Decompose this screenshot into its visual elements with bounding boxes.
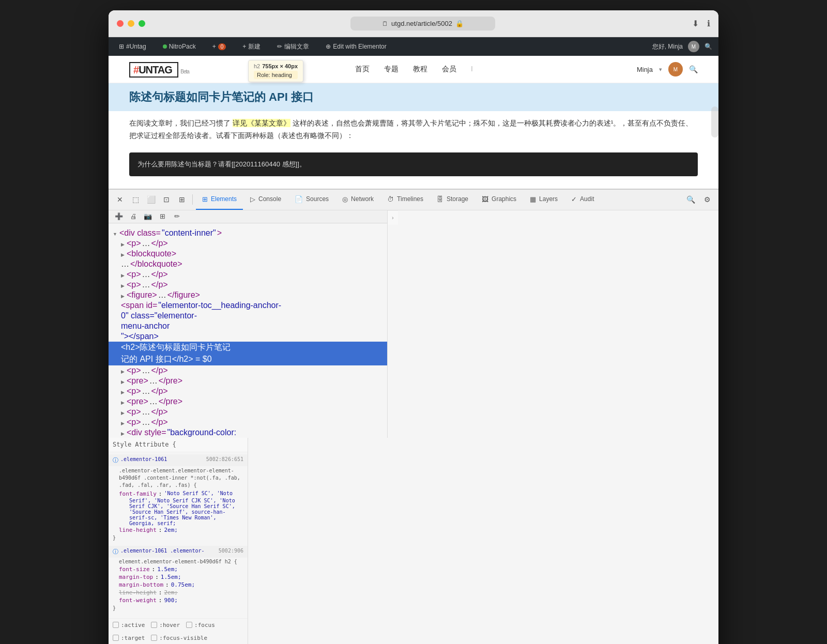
scroll-indicator[interactable] xyxy=(711,106,718,137)
style-prop[interactable]: font-family: 'Noto Serif SC', 'Noto xyxy=(109,490,248,498)
dom-content[interactable]: clearfix share-normal" style="position: … xyxy=(109,224,387,228)
grid-button[interactable]: ⊞ xyxy=(156,210,169,223)
nav-topics[interactable]: 专题 xyxy=(384,65,399,74)
dom-line[interactable]: ▶ <pre>…</pre> xyxy=(109,376,387,386)
pseudo-focus[interactable]: :focus xyxy=(186,622,215,628)
tab-layers-label: Layers xyxy=(539,195,558,203)
dom-line-selected-2[interactable]: 记的 API 接口</h2> = $0 xyxy=(109,354,387,365)
dom-line[interactable]: ▶ <p>…</p> xyxy=(109,365,387,376)
style-prop-fontweight[interactable]: font-weight: 900; xyxy=(109,596,248,604)
download-icon[interactable]: ⬇ xyxy=(692,19,699,28)
dom-line[interactable]: ▶ <p>…</p> xyxy=(109,238,387,249)
admin-item-untag[interactable]: ⊞ #Untag xyxy=(115,37,150,56)
style-prop-lineheight2[interactable]: line-height: 2em; xyxy=(109,589,248,596)
logo-beta: Beta xyxy=(180,69,189,74)
resize-button[interactable]: ⊡ xyxy=(159,192,174,207)
print-button[interactable]: 🖨 xyxy=(127,210,140,223)
device-button[interactable]: ⬜ xyxy=(144,192,158,207)
search-icon[interactable]: 🔍 xyxy=(705,43,712,50)
pseudo-focus-checkbox[interactable] xyxy=(186,622,192,628)
search-devtools-button[interactable]: 🔍 xyxy=(683,192,698,207)
dom-line[interactable]: ▶ <p>…</p> xyxy=(109,407,387,417)
nav-tutorials[interactable]: 教程 xyxy=(413,65,427,74)
edit-dom-button[interactable]: ✏ xyxy=(171,210,183,223)
dom-line[interactable]: ▶ <p>…</p> xyxy=(109,417,387,427)
style-source-1: 5002:826:651 xyxy=(206,456,243,464)
pseudo-target-checkbox[interactable] xyxy=(113,635,119,641)
tab-timelines-label: Timelines xyxy=(397,195,423,203)
dom-line[interactable]: 0" class="elementor- xyxy=(109,311,387,321)
toolbar-separator xyxy=(192,194,193,205)
pseudo-hover-checkbox[interactable] xyxy=(151,622,157,628)
user-avatar[interactable]: M xyxy=(668,62,683,76)
tab-audit-label: Audit xyxy=(580,195,594,203)
admin-item-nitropack[interactable]: NitroPack xyxy=(159,37,200,56)
nav-membership[interactable]: 会员 xyxy=(442,65,456,74)
layers-icon: ▦ xyxy=(530,195,536,203)
dom-line[interactable]: ▶ <p>…</p> xyxy=(109,280,387,290)
tab-audit[interactable]: ✓ Audit xyxy=(565,189,600,210)
dom-line[interactable]: "></span> xyxy=(109,331,387,342)
dom-line[interactable]: menu-anchor xyxy=(109,321,387,331)
close-button[interactable] xyxy=(117,20,124,27)
tab-network[interactable]: ◎ Network xyxy=(336,189,380,210)
info-icon[interactable]: ℹ xyxy=(707,19,710,28)
style-selector-1[interactable]: ⓘ .elementor-1061 5002:826:651 xyxy=(109,454,248,466)
close-devtools-button[interactable]: ✕ xyxy=(113,192,127,207)
pseudo-focus-visible-checkbox[interactable] xyxy=(151,635,157,641)
style-prop-fontsize[interactable]: font-size: 1.5em; xyxy=(109,565,248,573)
dom-line[interactable]: …</blockquote> xyxy=(109,259,387,269)
admin-item-new[interactable]: + 新建 xyxy=(238,37,265,56)
pseudo-focus-visible[interactable]: :focus-visible xyxy=(151,635,207,641)
nav-extra[interactable]: I xyxy=(471,65,473,74)
admin-untag-label: #Untag xyxy=(126,43,146,50)
more-button[interactable]: ⊞ xyxy=(175,192,189,207)
pseudo-classes: :active :hover :focus :target xyxy=(113,622,243,644)
edit-icon: ✏ xyxy=(277,43,282,50)
pseudo-active[interactable]: :active xyxy=(113,622,145,628)
maximize-button[interactable] xyxy=(139,20,145,27)
url-box[interactable]: 🗒 utgd.net/article/5002 🔒 xyxy=(350,17,495,30)
dom-line[interactable]: ▼ <div class="content-inner"> xyxy=(109,228,387,238)
pseudo-target[interactable]: :target xyxy=(113,635,145,641)
screenshot-button[interactable]: 📷 xyxy=(142,210,154,223)
dom-line[interactable]: ▶ <figure>…</figure> xyxy=(109,290,387,300)
admin-item-elementor[interactable]: ⊕ Edit with Elementor xyxy=(321,37,390,56)
wp-icon: ⊞ xyxy=(119,43,124,50)
admin-item-edit[interactable]: ✏ 编辑文章 xyxy=(273,37,313,56)
style-prop-margintop[interactable]: margin-top: 1.5em; xyxy=(109,573,248,581)
dom-line[interactable]: ▶ <blockquote> xyxy=(109,249,387,259)
dom-line[interactable]: ▶ <div style="background-color: xyxy=(109,427,387,438)
style-selector-2[interactable]: ⓘ .elementor-1061 .elementor- 5002:906 xyxy=(109,546,248,558)
tab-sources[interactable]: 📄 Sources xyxy=(288,189,335,210)
admin-new-label: 新建 xyxy=(248,42,261,51)
tab-graphics[interactable]: 🖼 Graphics xyxy=(476,189,523,210)
admin-item-notifications[interactable]: + 0 xyxy=(208,37,231,56)
site-logo[interactable]: #UNTAG Beta xyxy=(129,62,189,76)
pseudo-active-checkbox[interactable] xyxy=(113,622,119,628)
settings-devtools-button[interactable]: ⚙ xyxy=(700,192,714,207)
tab-elements[interactable]: ⊞ Elements xyxy=(196,189,243,210)
tab-layers[interactable]: ▦ Layers xyxy=(524,189,564,210)
site-search-icon[interactable]: 🔍 xyxy=(689,65,698,73)
dropdown-icon[interactable]: ▾ xyxy=(659,66,662,73)
admin-avatar[interactable]: M xyxy=(688,41,699,52)
style-prop-marginbottom[interactable]: margin-bottom: 0.75em; xyxy=(109,581,248,589)
dom-line[interactable]: ▶ <p>…</p> xyxy=(109,386,387,396)
style-prop-line-height[interactable]: line-height: 2em; xyxy=(109,526,248,534)
dom-line[interactable]: ▶ <pre>…</pre> xyxy=(109,396,387,407)
minimize-button[interactable] xyxy=(128,20,134,27)
pseudo-hover[interactable]: :hover xyxy=(151,622,180,628)
dom-line-selected[interactable]: <h2>陈述句标题如同卡片笔记 xyxy=(109,342,387,354)
add-node-button[interactable]: ➕ xyxy=(113,210,125,223)
tab-storage[interactable]: 🗄 Storage xyxy=(431,189,474,210)
dom-line[interactable]: ▶ <p>…</p> xyxy=(109,269,387,280)
tab-console[interactable]: ▷ Console xyxy=(244,189,287,210)
select-element-button[interactable]: ⬚ xyxy=(128,192,143,207)
styles-content[interactable]: ⓘ .elementor-1061 5002:826:651 .elemento… xyxy=(109,452,248,618)
body-link[interactable]: 详见《某某文章》 xyxy=(233,119,290,127)
tooltip-tag: h2 755px × 40px xyxy=(254,63,298,69)
dom-line[interactable]: <span id="elementor-toc__heading-anchor- xyxy=(109,300,387,311)
nav-home[interactable]: 首页 xyxy=(355,65,370,74)
tab-timelines[interactable]: ⏱ Timelines xyxy=(381,189,430,210)
